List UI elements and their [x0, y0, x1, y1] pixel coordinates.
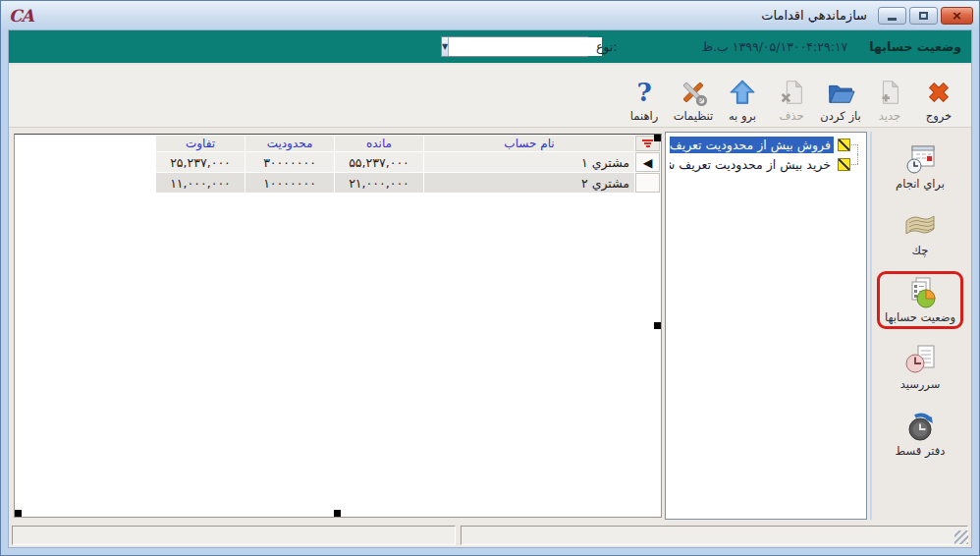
new-document-icon [875, 78, 904, 107]
cell-difference[interactable]: ۲۵,۲۳۷,۰۰۰ [156, 152, 245, 172]
maximize-button[interactable] [909, 7, 938, 25]
go-to-button[interactable]: برو به [718, 68, 767, 123]
due-date-icon [902, 343, 938, 376]
window-title: سازماندهي اقدامات [761, 8, 867, 23]
alerts-tree-panel: فروش بيش از محدوديت تعريف شده خريد بيش ا… [665, 132, 867, 520]
column-header-balance[interactable]: مانده [335, 136, 423, 151]
sidebar-item-todo[interactable]: براي انجام [888, 138, 953, 195]
delete-icon [777, 78, 806, 107]
close-button[interactable]: × [941, 7, 973, 25]
datetime-label: ۱۳۹۹/۰۵/۱۳۰۰۴:۲۹:۱۷ ب.ظ [702, 39, 848, 54]
open-button[interactable]: باز كردن [816, 68, 865, 123]
maximize-icon [919, 12, 928, 20]
accounts-table: نام حساب مانده محدوديت تفاوت ◀ مشتري ۱ ۵… [155, 135, 661, 194]
tree-item-sales-over-limit[interactable]: فروش بيش از محدوديت تعريف شده [670, 135, 862, 154]
minimize-icon [888, 18, 897, 21]
selection-handle[interactable] [654, 135, 661, 141]
row-indicator [635, 173, 660, 193]
app-logo: CA [9, 6, 33, 26]
view-title: وضعيت حسابها [869, 39, 961, 54]
selection-handle[interactable] [15, 510, 22, 517]
settings-button[interactable]: تنظيمات [669, 68, 718, 123]
type-combobox[interactable]: ▼ [441, 36, 588, 57]
note-icon [838, 158, 850, 171]
tree-item-purchase-over-limit[interactable]: خريد بيش از محدوديت تعريف شده [670, 154, 862, 174]
sidebar-item-label: سررسيد [900, 377, 941, 391]
minimize-button[interactable] [878, 7, 906, 25]
new-button[interactable]: جديد [865, 68, 914, 123]
table-row[interactable]: ◀ مشتري ۱ ۵۵,۲۳۷,۰۰۰ ۳۰۰۰۰۰۰۰ ۲۵,۲۳۷,۰۰۰ [156, 152, 660, 172]
close-icon: × [952, 9, 962, 22]
cell-limit[interactable]: ۱۰۰۰۰۰۰۰ [245, 173, 334, 193]
toolbar-label: حذف [779, 109, 803, 123]
note-icon [838, 139, 850, 151]
status-panel-left [12, 526, 456, 545]
chevron-down-icon[interactable]: ▼ [442, 37, 449, 56]
column-header-limit[interactable]: محدوديت [245, 136, 334, 151]
selection-handle[interactable] [654, 322, 661, 329]
sidebar-item-label: دفتر قسط [896, 444, 946, 458]
accounts-status-icon [902, 276, 938, 309]
settings-icon [679, 78, 708, 107]
toolbar-label: باز كردن [820, 109, 860, 123]
installment-book-icon [902, 410, 938, 443]
cell-limit[interactable]: ۳۰۰۰۰۰۰۰ [245, 152, 334, 172]
app-window: CA سازماندهي اقدامات × وضعيت حسابها ۱۳۹۹… [0, 0, 980, 556]
exit-icon [924, 78, 953, 107]
type-label: نوع: [596, 39, 618, 54]
help-button[interactable]: ? راهنما [620, 68, 669, 123]
current-row-indicator: ◀ [635, 152, 660, 172]
exit-button[interactable]: خروج [914, 68, 963, 123]
table-row[interactable]: مشتري ۲ ۲۱,۰۰۰,۰۰۰ ۱۰۰۰۰۰۰۰ ۱۱,۰۰۰,۰۰۰ [156, 173, 660, 193]
cell-balance[interactable]: ۵۵,۲۳۷,۰۰۰ [335, 152, 423, 172]
content-area: براي انجام چك [9, 128, 971, 524]
toolbar-label: برو به [729, 109, 756, 123]
help-icon: ? [636, 78, 651, 107]
table-header-row: نام حساب مانده محدوديت تفاوت [156, 136, 660, 151]
resize-grip[interactable] [954, 530, 968, 544]
status-panel-right [461, 526, 968, 545]
header-bar: وضعيت حسابها ۱۳۹۹/۰۵/۱۳۰۰۴:۲۹:۱۷ ب.ظ نوع… [9, 30, 971, 65]
open-folder-icon [826, 78, 855, 107]
toolbar-label: جديد [879, 109, 900, 123]
cell-account-name[interactable]: مشتري ۱ [424, 152, 634, 172]
sidebar-item-cheque[interactable]: چك [895, 204, 946, 262]
type-input[interactable] [449, 37, 602, 56]
selection-handle[interactable] [334, 510, 341, 517]
go-to-icon [728, 78, 757, 107]
sidebar-item-due-date[interactable]: سررسيد [893, 338, 949, 396]
sidebar-item-label: چك [912, 244, 929, 257]
cell-balance[interactable]: ۲۱,۰۰۰,۰۰۰ [335, 173, 423, 193]
cell-difference[interactable]: ۱۱,۰۰۰,۰۰۰ [156, 173, 245, 193]
status-bar [9, 524, 971, 547]
column-header-difference[interactable]: تفاوت [156, 136, 245, 151]
todo-calendar-icon [902, 142, 938, 176]
delete-button[interactable]: حذف [767, 68, 816, 123]
tree-item-label: خريد بيش از محدوديت تعريف شده [670, 156, 834, 173]
sidebar-item-accounts-status[interactable]: وضعيت حسابها [877, 271, 963, 329]
toolbar-label: راهنما [630, 109, 658, 123]
report-panel: نام حساب مانده محدوديت تفاوت ◀ مشتري ۱ ۵… [14, 134, 662, 518]
sidebar-item-label: وضعيت حسابها [885, 310, 955, 324]
sidebar-item-installment-book[interactable]: دفتر قسط [888, 405, 953, 463]
cheque-icon [902, 209, 938, 243]
sidebar: براي انجام چك [870, 132, 968, 520]
toolbar: خروج جديد باز كردن [9, 65, 971, 128]
report-area: نام حساب مانده محدوديت تفاوت ◀ مشتري ۱ ۵… [12, 132, 662, 520]
toolbar-label: تنظيمات [674, 109, 714, 123]
window-frame: وضعيت حسابها ۱۳۹۹/۰۵/۱۳۰۰۴:۲۹:۱۷ ب.ظ نوع… [8, 29, 972, 548]
tree-item-label: فروش بيش از محدوديت تعريف شده [670, 137, 834, 153]
sidebar-item-label: براي انجام [896, 177, 945, 191]
column-header-account-name[interactable]: نام حساب [424, 136, 634, 151]
cell-account-name[interactable]: مشتري ۲ [424, 173, 634, 193]
title-bar: CA سازماندهي اقدامات × [1, 1, 979, 29]
toolbar-label: خروج [926, 109, 952, 123]
